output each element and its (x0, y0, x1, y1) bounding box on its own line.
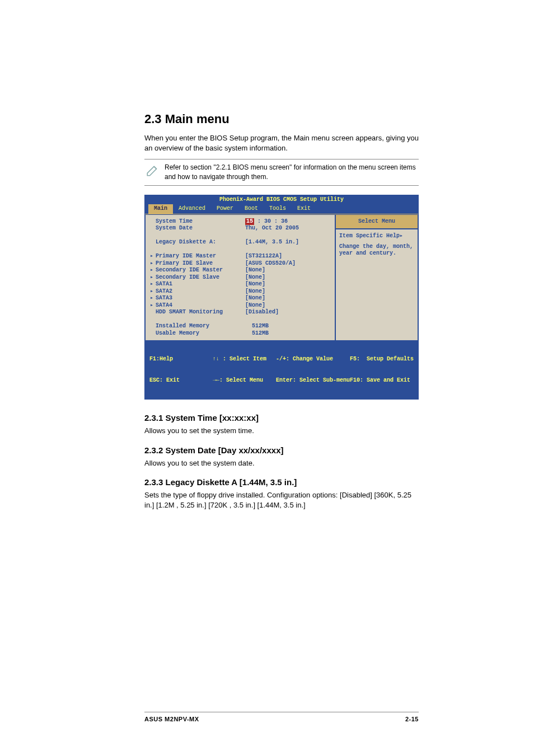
row-pides-val: [ASUS CDS520/A] (245, 260, 330, 267)
legend-select-item: ↑↓ : Select Item (213, 356, 276, 363)
note-text: Refer to section "2.2.1 BIOS menu screen… (165, 163, 419, 182)
bios-select-menu: Select Menu (335, 214, 418, 229)
row-sidem-label: Secondary IDE Master (156, 267, 245, 274)
bios-left-panel: System Time 15 : 30 : 36 System Date Thu… (145, 214, 335, 341)
row-sata4-val: [None] (245, 302, 330, 309)
tab-power: Power (211, 204, 239, 214)
heading-legacy: 2.3.3 Legacy Diskette A [1.44M, 3.5 in.] (144, 477, 419, 487)
tab-exit: Exit (292, 204, 316, 214)
row-pidem-label: Primary IDE Master (156, 253, 245, 260)
bios-legend: F1:Help ESC: Exit ↑↓ : Select Item →←: S… (145, 341, 418, 399)
heading-system-time: 2.3.1 System Time [xx:xx:xx] (144, 413, 419, 422)
row-hdd-val: [Disabled] (245, 309, 330, 316)
row-sata1-val: [None] (245, 281, 330, 288)
row-pides-label: Primary IDE Slave (156, 260, 245, 267)
row-sata2-val: [None] (245, 288, 330, 295)
row-sata3-label: SATA3 (156, 295, 245, 302)
intro-text: When you enter the BIOS Setup program, t… (144, 133, 419, 153)
row-sata4-label: SATA4 (156, 302, 245, 309)
row-imem-label: Installed Memory (156, 323, 245, 330)
note-row: Refer to section "2.2.1 BIOS menu screen… (144, 159, 419, 186)
bios-help-panel: Item Specific Help▸ Change the day, mont… (335, 229, 418, 341)
legend-enter: Enter: Select Sub-menu (276, 377, 350, 384)
text-legacy: Sets the type of floppy drive installed.… (144, 490, 419, 510)
row-sides-label: Secondary IDE Slave (156, 274, 245, 281)
row-system-time-val: 15 : 30 : 36 (245, 218, 330, 226)
legend-select-menu: →←: Select Menu (213, 377, 276, 384)
submenu-arrow-icon: ▸ (150, 267, 156, 274)
submenu-arrow-icon: ▸ (150, 295, 156, 302)
tab-advanced: Advanced (173, 204, 211, 214)
tab-tools: Tools (264, 204, 292, 214)
bios-title: Phoenix-Award BIOS CMOS Setup Utility (145, 195, 418, 205)
bios-help-line1: Item Specific Help▸ (339, 233, 414, 240)
legend-esc: ESC: Exit (149, 377, 213, 384)
row-sidem-val: [None] (245, 267, 330, 274)
time-hour-highlight: 15 (245, 218, 254, 226)
submenu-arrow-icon: ▸ (150, 281, 156, 288)
text-system-date: Allows you to set the system date. (144, 458, 419, 468)
row-umem-val: 512MB (245, 330, 330, 337)
submenu-arrow-icon: ▸ (150, 274, 156, 281)
bios-help-line2: Change the day, month, year and century. (339, 243, 414, 257)
row-system-time-label: System Time (156, 218, 245, 226)
row-sides-val: [None] (245, 274, 330, 281)
bios-tabs: Main Advanced Power Boot Tools Exit (145, 204, 418, 214)
row-sata1-label: SATA1 (156, 281, 245, 288)
text-system-time: Allows you to set the system time. (144, 426, 419, 436)
legend-f1: F1:Help (149, 356, 213, 363)
legend-f10: F10: Save and Exit (350, 377, 414, 384)
row-pidem-val: [ST321122A] (245, 253, 330, 260)
bios-screenshot: Phoenix-Award BIOS CMOS Setup Utility Ma… (144, 195, 419, 400)
row-sata2-label: SATA2 (156, 288, 245, 295)
footer-left: ASUS M2NPV-MX (144, 716, 199, 722)
row-system-date-val: Thu, Oct 20 2005 (245, 225, 330, 232)
row-hdd-label: HDD SMART Monitoring (156, 309, 245, 316)
submenu-arrow-icon: ▸ (150, 288, 156, 295)
row-umem-label: Usable Memory (156, 330, 245, 337)
tab-main: Main (148, 204, 173, 214)
row-imem-val: 512MB (245, 323, 330, 330)
time-rest: : 30 : 36 (254, 218, 288, 224)
footer-right: 2-15 (405, 716, 419, 722)
pencil-note-icon (144, 163, 165, 181)
legend-change-value: -/+: Change Value (276, 356, 350, 363)
row-system-date-label: System Date (156, 225, 245, 232)
row-sata3-val: [None] (245, 295, 330, 302)
row-legacy-label: Legacy Diskette A: (156, 239, 245, 246)
tab-boot: Boot (239, 204, 264, 214)
main-heading: 2.3 Main menu (144, 112, 419, 126)
row-legacy-val: [1.44M, 3.5 in.] (245, 239, 330, 246)
submenu-arrow-icon: ▸ (150, 302, 156, 309)
heading-system-date: 2.3.2 System Date [Day xx/xx/xxxx] (144, 445, 419, 455)
legend-f5: F5: Setup Defaults (350, 356, 414, 363)
submenu-arrow-icon: ▸ (150, 253, 156, 260)
submenu-arrow-icon: ▸ (150, 260, 156, 267)
